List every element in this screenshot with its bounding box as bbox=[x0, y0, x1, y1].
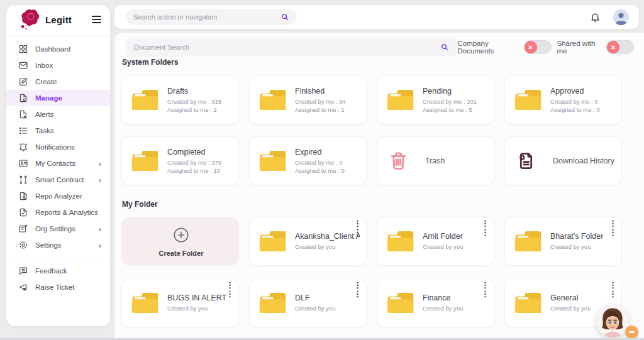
smart-contract-icon bbox=[18, 175, 28, 185]
hamburger-menu-icon[interactable] bbox=[91, 13, 103, 26]
system-folder-card-completed[interactable]: Completed Created by me : 379Assigned to… bbox=[121, 136, 239, 185]
filter-toggles: Company Documents ✕ Shared with me ✕ bbox=[457, 40, 634, 55]
folder-icon bbox=[130, 290, 160, 315]
folder-name: Download History bbox=[553, 156, 614, 165]
shared-with-me-label: Shared with me bbox=[557, 40, 601, 55]
document-search-input[interactable] bbox=[134, 43, 440, 51]
search-icon[interactable] bbox=[280, 13, 289, 21]
folder-name: Bharat's Folder bbox=[550, 232, 603, 241]
folder-stat: Created by me : 201 bbox=[423, 97, 477, 106]
sidebar-item-dashboard[interactable]: Dashboard bbox=[6, 41, 110, 57]
system-folder-card-download-history[interactable]: Download History bbox=[504, 136, 622, 185]
ticket-icon bbox=[18, 282, 28, 292]
sidebar-item-notifications[interactable]: Notifications bbox=[6, 139, 110, 155]
system-folder-card-approved[interactable]: Approved Created by me : 0Assigned to me… bbox=[504, 75, 622, 124]
folder-name: DLF bbox=[295, 293, 335, 302]
notifications-icon bbox=[18, 142, 28, 152]
sidebar-item-manage[interactable]: Manage bbox=[6, 90, 110, 106]
my-folder-card-dlf[interactable]: ⋮⋮ DLF Created by you bbox=[249, 278, 367, 327]
sidebar-item-inbox[interactable]: Inbox bbox=[6, 57, 110, 74]
logo-row: Legitt bbox=[6, 5, 110, 34]
chatbot-widget bbox=[596, 305, 636, 339]
folder-stat: Created by me : 379 bbox=[167, 158, 221, 167]
folder-name: Approved bbox=[550, 87, 600, 96]
company-documents-label: Company Documents bbox=[457, 40, 518, 55]
trash-icon bbox=[388, 150, 409, 172]
document-search[interactable] bbox=[126, 38, 457, 57]
notifications-bell-icon[interactable] bbox=[590, 11, 601, 23]
sidebar-item-feedback[interactable]: Feedback bbox=[6, 263, 110, 279]
folder-created-by: Created by you bbox=[295, 304, 335, 312]
org-settings-icon bbox=[18, 224, 28, 234]
chatbot-avatar[interactable] bbox=[596, 305, 629, 337]
action-search[interactable] bbox=[126, 9, 297, 25]
sidebar-item-org-settings[interactable]: Org Settings › bbox=[6, 221, 110, 237]
sidebar-divider bbox=[6, 36, 110, 37]
sidebar-item-alerts[interactable]: Alerts bbox=[6, 106, 110, 123]
folder-icon bbox=[130, 148, 160, 173]
manage-icon bbox=[18, 93, 28, 103]
create-folder-label: Create Folder bbox=[159, 250, 204, 257]
folder-icon bbox=[513, 87, 543, 112]
folder-name: Akanksha_Client A bbox=[295, 232, 360, 241]
folder-stat: Created by me : 0 bbox=[295, 158, 345, 167]
kebab-menu-icon[interactable]: ⋮⋮ bbox=[353, 281, 362, 299]
folder-created-by: Created by you bbox=[295, 243, 360, 251]
folder-name: Pending bbox=[423, 87, 477, 96]
sidebar-footer-nav: Feedback Raise Ticket bbox=[6, 263, 110, 295]
sidebar-item-tasks[interactable]: Tasks bbox=[6, 123, 110, 139]
system-folder-card-pending[interactable]: Pending Created by me : 201Assigned to m… bbox=[377, 75, 494, 124]
company-documents-toggle[interactable]: ✕ bbox=[524, 40, 552, 54]
action-search-input[interactable] bbox=[133, 13, 280, 21]
kebab-menu-icon[interactable]: ⋮⋮ bbox=[353, 219, 362, 238]
system-folder-card-drafts[interactable]: Drafts Created by me : 315Assigned to me… bbox=[121, 75, 239, 124]
topbar-right bbox=[590, 9, 629, 25]
sidebar-item-smart-contract[interactable]: Smart Contract › bbox=[6, 172, 110, 188]
system-folder-card-finished[interactable]: Finished Created by me : 34Assigned to m… bbox=[249, 75, 367, 124]
folder-created-by: Created by you bbox=[423, 243, 463, 251]
inbox-icon bbox=[18, 60, 28, 70]
my-folder-card-bugs-in-alert[interactable]: ⋮⋮ BUGS IN ALERT Created by you bbox=[121, 278, 239, 327]
shared-with-me-toggle[interactable]: ✕ bbox=[606, 40, 634, 54]
brand-name: Legitt bbox=[45, 14, 72, 25]
repo-analyzer-icon bbox=[18, 191, 28, 201]
sidebar-item-settings[interactable]: Settings › bbox=[6, 237, 110, 253]
my-folder-grid: Create Folder ⋮⋮ Akanksha_Client A Creat… bbox=[121, 217, 622, 327]
user-avatar[interactable] bbox=[613, 9, 629, 25]
folder-created-by: Created by you bbox=[167, 304, 226, 312]
kebab-menu-icon[interactable]: ⋮⋮ bbox=[609, 219, 617, 238]
kebab-menu-icon[interactable]: ⋮⋮ bbox=[226, 281, 234, 299]
sidebar-item-repo-analyzer[interactable]: Repo Analyzer bbox=[6, 188, 110, 204]
folder-stat: Created by me : 315 bbox=[167, 97, 221, 106]
topbar bbox=[114, 5, 639, 29]
my-folder-card-akanksha-client-a[interactable]: ⋮⋮ Akanksha_Client A Created by you bbox=[249, 217, 367, 266]
sidebar-item-create[interactable]: Create bbox=[6, 74, 110, 90]
kebab-menu-icon[interactable]: ⋮⋮ bbox=[481, 219, 489, 238]
chat-minimize-button[interactable] bbox=[625, 326, 638, 339]
create-folder-button[interactable]: Create Folder bbox=[121, 217, 239, 266]
dashboard-icon bbox=[18, 44, 28, 54]
search-icon[interactable] bbox=[440, 43, 449, 52]
folder-icon bbox=[513, 290, 543, 315]
main-panel: Company Documents ✕ Shared with me ✕ Sys… bbox=[114, 33, 644, 340]
tasks-icon bbox=[18, 126, 28, 136]
document-filter-row: Company Documents ✕ Shared with me ✕ bbox=[126, 38, 634, 57]
contacts-icon bbox=[18, 158, 28, 168]
folder-icon bbox=[258, 229, 287, 254]
folder-stat: Assigned to me : 1 bbox=[295, 106, 346, 114]
sidebar-item-reports-analytics[interactable]: Reports & Analytics bbox=[6, 204, 110, 221]
sidebar-item-raise-ticket[interactable]: Raise Ticket bbox=[6, 279, 110, 295]
alerts-icon bbox=[18, 109, 28, 119]
kebab-menu-icon[interactable]: ⋮⋮ bbox=[609, 281, 617, 299]
system-folder-card-expired[interactable]: Expired Created by me : 0Assigned to me … bbox=[249, 136, 367, 185]
folder-created-by: Created by you bbox=[550, 304, 591, 312]
sidebar-item-my-contacts[interactable]: My Contacts › bbox=[6, 155, 110, 172]
legitt-logo-icon bbox=[19, 8, 43, 31]
kebab-menu-icon[interactable]: ⋮⋮ bbox=[481, 281, 489, 299]
system-folder-card-trash[interactable]: Trash bbox=[377, 136, 494, 185]
my-folder-card-finance[interactable]: ⋮⋮ Finance Created by you bbox=[377, 278, 494, 327]
plus-icon bbox=[172, 226, 190, 244]
toggle-off-icon: ✕ bbox=[525, 41, 537, 53]
my-folder-card-amit-folder[interactable]: ⋮⋮ Amit Folder Created by you bbox=[377, 217, 494, 266]
my-folder-card-bharat-s-folder[interactable]: ⋮⋮ Bharat's Folder Created by you bbox=[504, 217, 622, 266]
